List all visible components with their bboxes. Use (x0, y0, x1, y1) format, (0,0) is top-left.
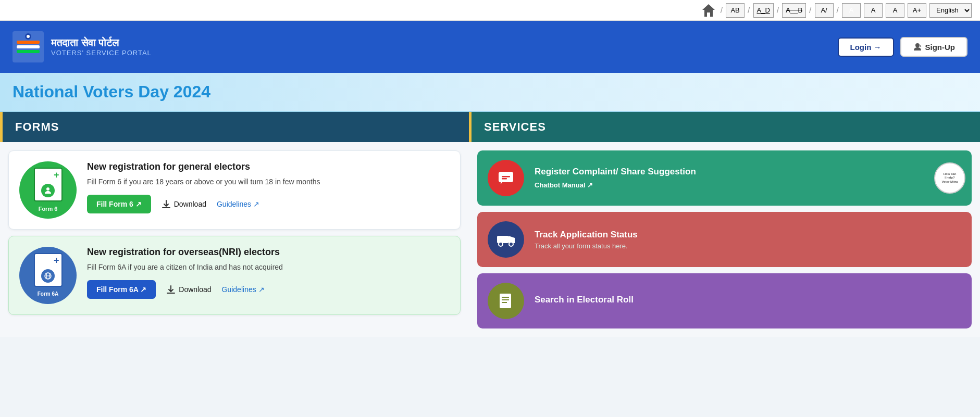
svg-rect-23 (502, 299, 509, 300)
services-heading: SERVICES (484, 120, 546, 133)
person-icon (41, 184, 55, 197)
person-add-icon: + (913, 42, 922, 52)
track-card[interactable]: Track Application Status Track all your … (477, 212, 972, 267)
electoral-search-icon (497, 292, 515, 310)
svg-rect-4 (17, 50, 40, 53)
form6a-card: + Form 6A New registration for overseas(… (8, 236, 461, 315)
search-card[interactable]: Search in Electoral Roll (477, 273, 972, 328)
chatbot-link[interactable]: Chatbot Manual ↗ (535, 181, 593, 189)
download-icon2 (166, 285, 176, 294)
logo-area: मतदाता सेवा पोर्टल VOTERS' SERVICE PORTA… (13, 31, 152, 62)
separator4: / (809, 6, 811, 15)
complaint-icon (488, 160, 524, 196)
font-normal-btn[interactable]: A (886, 3, 904, 18)
form6a-doc: + (34, 253, 63, 287)
track-desc: Track all your form status here. (535, 242, 961, 250)
form6-title: New registration for general electors (87, 161, 450, 172)
nvd-title: National Voters Day 2024 (13, 82, 967, 102)
home-button[interactable] (700, 2, 717, 19)
search-icon (488, 283, 524, 319)
svg-point-9 (46, 187, 49, 191)
form6-desc: Fill Form 6 if you are 18 years or above… (87, 176, 450, 187)
services-section: SERVICES Register Complaint/ Share Sugge… (469, 112, 980, 337)
font-strike-btn[interactable]: A__B (782, 3, 806, 18)
form6-card: + Form 6 New registration for general el… (8, 150, 461, 230)
login-button[interactable]: Login → (838, 37, 894, 57)
plus-icon2: + (54, 255, 59, 266)
globe-icon (41, 269, 55, 283)
form6a-download-label: Download (179, 285, 211, 294)
track-text: Track Application Status Track all your … (535, 230, 961, 250)
voter-mitra-circle: How canI help?Voter Mitra (934, 162, 965, 194)
form6-label: Form 6 (34, 205, 62, 213)
chatbot-label: Chatbot Manual ↗ (535, 181, 593, 189)
form6a-icon: + Form 6A (19, 247, 77, 304)
complaint-title: Register Complaint/ Share Suggestion (535, 167, 961, 177)
form6-icon-inner: + Form 6 (34, 168, 63, 213)
font-decrease-btn[interactable]: A (864, 3, 883, 18)
portal-english-text: VOTERS' SERVICE PORTAL (51, 49, 152, 57)
svg-point-20 (509, 242, 513, 246)
form6a-download-link[interactable]: Download (166, 285, 211, 294)
form6a-actions: Fill Form 6A ↗ Download Guidelines ↗ (87, 280, 450, 299)
accessibility-bar: / AB / A_D / A__B / A/ / A A A A+ Englis… (0, 0, 980, 21)
forms-heading: FORMS (15, 120, 59, 133)
signup-button[interactable]: + Sign-Up (900, 37, 968, 57)
portal-hindi-text: मतदाता सेवा पोर्टल (51, 37, 152, 49)
forms-section: FORMS + Form 6 Ne (0, 112, 469, 337)
svg-rect-17 (497, 236, 508, 243)
form6a-icon-inner: + Form 6A (34, 253, 63, 298)
form6a-guidelines-link[interactable]: Guidelines ↗ (222, 285, 265, 294)
complaint-card[interactable]: Register Complaint/ Share Suggestion Cha… (477, 150, 972, 206)
font-high-contrast-btn[interactable]: A (842, 3, 861, 18)
form6-guidelines-link[interactable]: Guidelines ↗ (217, 200, 259, 208)
form6a-guidelines-label: Guidelines ↗ (222, 285, 265, 294)
form6-actions: Fill Form 6 ↗ Download Guidelines ↗ (87, 195, 450, 213)
svg-text:+: + (919, 44, 922, 48)
track-icon (488, 221, 524, 258)
svg-rect-24 (502, 302, 507, 303)
header: मतदाता सेवा पोर्टल VOTERS' SERVICE PORTA… (0, 21, 980, 73)
separator3: / (777, 6, 779, 15)
main-content: FORMS + Form 6 Ne (0, 112, 980, 337)
search-title: Search in Electoral Roll (535, 295, 961, 305)
forms-body: + Form 6 New registration for general el… (0, 142, 469, 323)
services-header: SERVICES (469, 112, 980, 142)
form6a-content: New registration for overseas(NRI) elect… (87, 247, 450, 299)
chat-icon (497, 169, 515, 187)
language-select[interactable]: English हिन्दी (929, 3, 972, 18)
font-underline-btn[interactable]: A_D (753, 3, 774, 18)
font-size-1[interactable]: AB (726, 3, 745, 18)
services-body: Register Complaint/ Share Suggestion Cha… (469, 142, 980, 337)
complaint-text: Register Complaint/ Share Suggestion Cha… (535, 167, 961, 189)
svg-point-6 (27, 35, 30, 38)
svg-rect-2 (17, 41, 40, 44)
download-icon (162, 199, 171, 209)
fill-form6-button[interactable]: Fill Form 6 ↗ (87, 195, 151, 213)
svg-rect-21 (500, 294, 511, 308)
font-increase-btn[interactable]: A+ (908, 3, 926, 18)
fill-form6a-button[interactable]: Fill Form 6A ↗ (87, 280, 156, 299)
auth-buttons: Login → + Sign-Up (838, 37, 968, 57)
track-title: Track Application Status (535, 230, 961, 240)
svg-rect-15 (502, 176, 510, 178)
search-text: Search in Electoral Roll (535, 295, 961, 307)
form6a-title: New registration for overseas(NRI) elect… (87, 247, 450, 258)
svg-point-19 (499, 242, 503, 246)
separator: / (721, 6, 723, 15)
form6a-desc: Fill Form 6A if you are a citizen of Ind… (87, 262, 450, 273)
form6-download-link[interactable]: Download (162, 199, 206, 209)
form6a-label: Form 6A (34, 290, 62, 298)
separator2: / (748, 6, 750, 15)
svg-rect-22 (502, 297, 509, 298)
svg-rect-3 (17, 45, 40, 48)
svg-marker-0 (702, 4, 715, 17)
voter-mitra: How canI help?Voter Mitra (934, 162, 965, 194)
truck-icon (496, 230, 516, 249)
nvd-banner: National Voters Day 2024 (0, 73, 980, 112)
forms-header: FORMS (0, 112, 469, 142)
form6-content: New registration for general electors Fi… (87, 161, 450, 213)
form6-icon: + Form 6 (19, 161, 77, 219)
portal-name: मतदाता सेवा पोर्टल VOTERS' SERVICE PORTA… (51, 37, 152, 57)
font-contrast-btn[interactable]: A/ (815, 3, 834, 18)
